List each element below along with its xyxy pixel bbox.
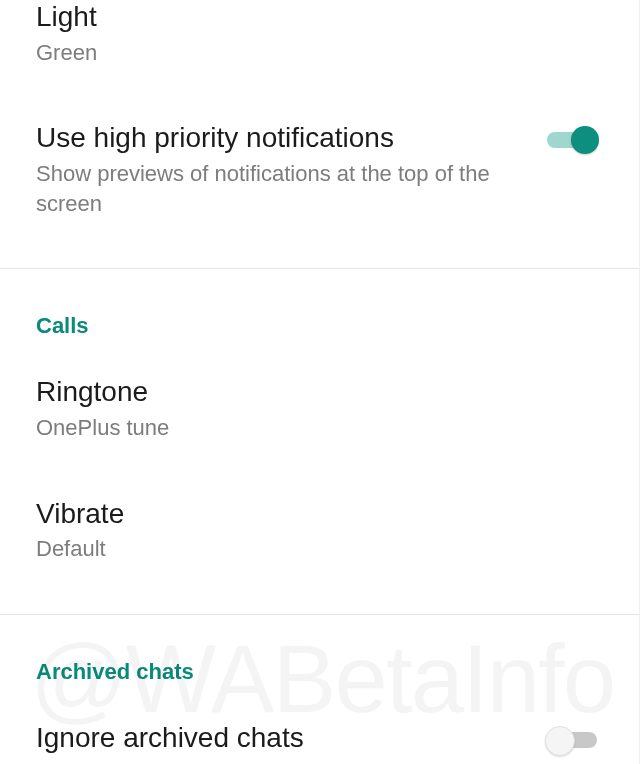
setting-high-priority-title: Use high priority notifications [36, 121, 547, 155]
toggle-high-priority[interactable] [547, 129, 597, 151]
toggle-knob [545, 726, 575, 756]
setting-light-title: Light [36, 0, 603, 34]
setting-vibrate-calls[interactable]: Vibrate Default [36, 449, 603, 570]
setting-high-priority[interactable]: Use high priority notifications Show pre… [36, 73, 603, 224]
toggle-ignore-archived[interactable] [547, 729, 597, 751]
section-calls: Calls Ringtone OnePlus tune Vibrate Defa… [0, 269, 639, 594]
setting-light[interactable]: Light Green [36, 0, 603, 73]
setting-ringtone-value: OnePlus tune [36, 413, 506, 443]
section-archived: Archived chats Ignore archived chats Whe… [0, 615, 639, 764]
settings-screen: Light Green Use high priority notificati… [0, 0, 640, 764]
section-header-archived: Archived chats [36, 615, 603, 695]
setting-ringtone[interactable]: Ringtone OnePlus tune [36, 349, 603, 448]
toggle-knob [571, 126, 599, 154]
setting-ringtone-title: Ringtone [36, 375, 603, 409]
setting-ignore-archived[interactable]: Ignore archived chats When enabled, chat… [36, 695, 603, 764]
setting-vibrate-calls-value: Default [36, 534, 506, 564]
section-header-calls: Calls [36, 269, 603, 349]
setting-vibrate-calls-title: Vibrate [36, 497, 603, 531]
setting-ignore-archived-sub: When enabled, chats will remain archived… [36, 758, 506, 764]
setting-high-priority-sub: Show previews of notifications at the to… [36, 159, 506, 218]
section-messages-cont: Light Green Use high priority notificati… [0, 0, 639, 248]
setting-light-value: Green [36, 38, 506, 68]
setting-ignore-archived-title: Ignore archived chats [36, 721, 547, 755]
